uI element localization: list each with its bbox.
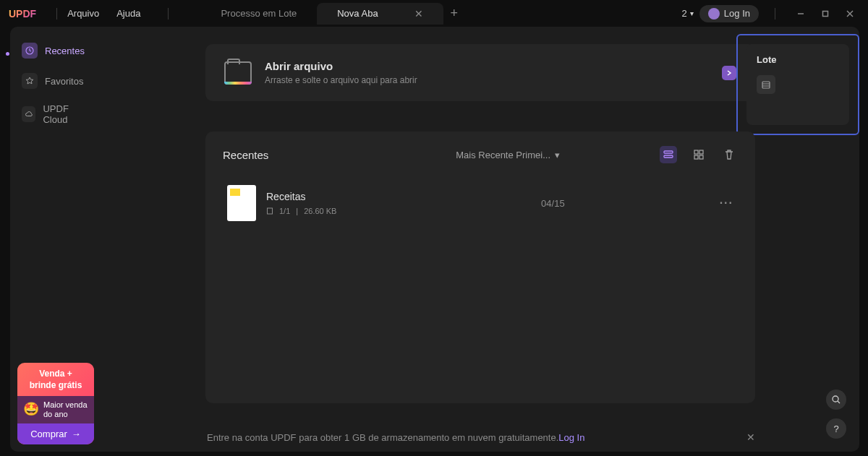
svg-rect-5 bbox=[762, 82, 770, 88]
active-indicator bbox=[6, 52, 9, 56]
promo-card: Venda +brinde grátis 🤩 Maior venda do an… bbox=[17, 363, 94, 444]
cloud-storage-notice: Entre na conta UPDF para obter 1 GB de a… bbox=[207, 431, 755, 443]
login-button[interactable]: Log In bbox=[699, 5, 759, 22]
clock-icon bbox=[22, 43, 38, 59]
page-icon bbox=[266, 207, 273, 215]
file-date: 04/15 bbox=[541, 198, 565, 209]
tab-batch-process[interactable]: Processo em Lote bbox=[200, 3, 317, 25]
stack-icon bbox=[761, 79, 771, 90]
file-meta: 1/1 | 26.60 KB bbox=[266, 207, 531, 215]
sort-label: Mais Recente Primei... bbox=[456, 150, 550, 160]
sidebar-label: Favoritos bbox=[45, 76, 83, 87]
lote-highlight-frame: Lote bbox=[736, 34, 859, 135]
main-window: Recentes Favoritos UPDF Cloud Venda +bri… bbox=[10, 27, 859, 452]
sidebar-item-favoritos[interactable]: Favoritos bbox=[17, 69, 94, 93]
svg-rect-1 bbox=[823, 11, 828, 16]
notice-close-button[interactable]: ✕ bbox=[746, 431, 755, 443]
grid-view-button[interactable] bbox=[690, 146, 707, 163]
counter-dropdown[interactable]: 2 ▾ bbox=[682, 8, 694, 19]
delete-button[interactable] bbox=[720, 146, 738, 163]
file-size: 26.60 KB bbox=[304, 207, 336, 215]
divider bbox=[56, 8, 57, 20]
open-arrow-button[interactable] bbox=[722, 66, 736, 80]
sidebar-label: Recentes bbox=[45, 46, 85, 56]
svg-rect-9 bbox=[664, 155, 673, 158]
promo-mid: 🤩 Maior venda do ano bbox=[17, 396, 94, 423]
open-title: Abrir arquivo bbox=[265, 60, 417, 72]
file-thumbnail bbox=[227, 185, 256, 221]
sort-dropdown[interactable]: Mais Recente Primei... ▾ bbox=[456, 150, 560, 160]
avatar-icon bbox=[708, 8, 720, 20]
lote-combine-button[interactable] bbox=[757, 75, 775, 94]
add-tab-button[interactable]: + bbox=[451, 6, 459, 21]
list-view-button[interactable] bbox=[660, 146, 677, 163]
close-icon[interactable]: ✕ bbox=[414, 8, 423, 20]
star-emoji-icon: 🤩 bbox=[23, 402, 39, 418]
file-pages: 1/1 bbox=[279, 207, 290, 215]
svg-rect-10 bbox=[694, 150, 698, 154]
notice-login-link[interactable]: Log In bbox=[558, 432, 584, 443]
sidebar: Recentes Favoritos UPDF Cloud Venda +bri… bbox=[10, 27, 101, 452]
tab-label: Processo em Lote bbox=[221, 8, 297, 19]
divider bbox=[168, 8, 169, 20]
recents-panel: Recentes Mais Recente Primei... ▾ bbox=[205, 132, 755, 403]
notice-text: Entre na conta UPDF para obter 1 GB de a… bbox=[207, 432, 558, 443]
maximize-button[interactable] bbox=[816, 4, 835, 23]
tab-bar: Processo em Lote Nova Aba ✕ + bbox=[200, 0, 681, 27]
file-name: Receitas bbox=[266, 191, 531, 202]
recents-title: Recentes bbox=[223, 149, 268, 161]
svg-point-15 bbox=[833, 396, 838, 402]
svg-line-16 bbox=[838, 401, 840, 403]
sidebar-item-cloud[interactable]: UPDF Cloud bbox=[17, 99, 94, 129]
tab-new-tab[interactable]: Nova Aba ✕ bbox=[317, 3, 443, 25]
search-button[interactable] bbox=[826, 390, 846, 410]
open-file-card[interactable]: Abrir arquivo Arraste e solte o arquivo … bbox=[205, 44, 755, 101]
tab-label: Nova Aba bbox=[337, 8, 378, 19]
app-logo: UPDF bbox=[9, 8, 36, 20]
svg-rect-14 bbox=[268, 208, 273, 214]
cloud-icon bbox=[22, 106, 35, 122]
svg-rect-13 bbox=[699, 155, 703, 159]
svg-rect-8 bbox=[664, 151, 673, 153]
login-label: Log In bbox=[724, 8, 750, 19]
buy-button[interactable]: Comprar → bbox=[17, 423, 94, 444]
file-row[interactable]: Receitas 1/1 | 26.60 KB 04/15 ··· bbox=[223, 179, 738, 227]
minimize-button[interactable] bbox=[791, 4, 810, 23]
promo-title: Venda +brinde grátis bbox=[17, 363, 94, 395]
svg-rect-12 bbox=[694, 155, 698, 159]
buy-label: Comprar bbox=[30, 429, 67, 439]
sidebar-item-recentes[interactable]: Recentes bbox=[17, 38, 94, 63]
content-area: Abrir arquivo Arraste e solte o arquivo … bbox=[101, 27, 859, 452]
sidebar-label: UPDF Cloud bbox=[43, 103, 90, 125]
svg-rect-11 bbox=[699, 150, 703, 154]
caret-down-icon: ▾ bbox=[555, 150, 560, 160]
menu-file[interactable]: Arquivo bbox=[67, 8, 99, 19]
lote-card: Lote bbox=[746, 44, 849, 125]
arrow-right-icon: → bbox=[72, 429, 81, 439]
floating-buttons: ? bbox=[826, 390, 846, 439]
star-icon bbox=[22, 73, 38, 89]
close-button[interactable] bbox=[841, 4, 859, 23]
help-button[interactable]: ? bbox=[826, 418, 846, 439]
chevron-down-icon: ▾ bbox=[690, 9, 694, 17]
open-subtitle: Arraste e solte o arquivo aqui para abri… bbox=[265, 75, 417, 85]
divider bbox=[775, 8, 775, 20]
more-options-button[interactable]: ··· bbox=[720, 197, 733, 210]
folder-icon bbox=[224, 61, 252, 85]
promo-mid-text: Maior venda do ano bbox=[43, 400, 88, 419]
counter-value: 2 bbox=[682, 8, 687, 19]
lote-title: Lote bbox=[757, 54, 839, 65]
menu-help[interactable]: Ajuda bbox=[116, 8, 140, 19]
top-menu-bar: UPDF Arquivo Ajuda Processo em Lote Nova… bbox=[0, 0, 868, 27]
meta-sep: | bbox=[296, 207, 298, 215]
